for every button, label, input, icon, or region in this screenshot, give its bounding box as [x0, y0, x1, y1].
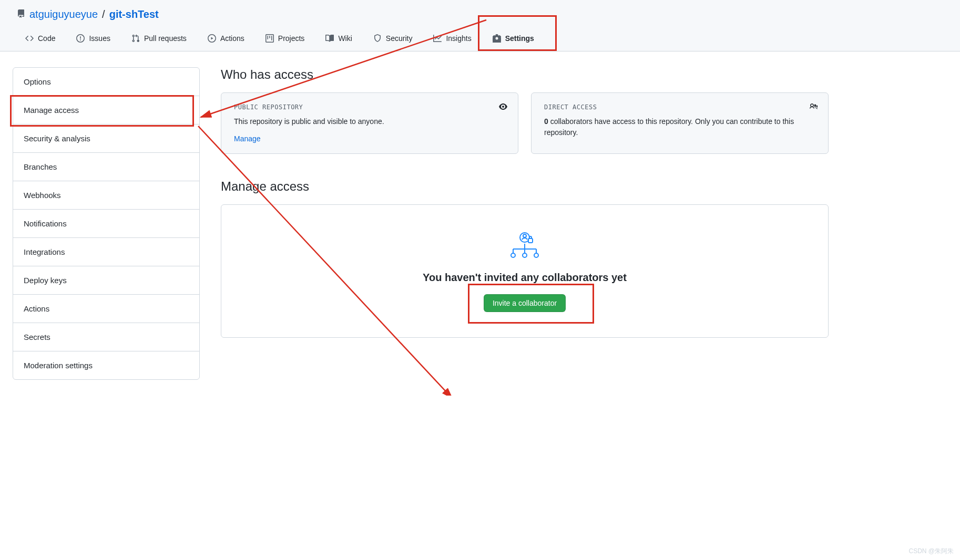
tab-wiki[interactable]: Wiki	[317, 30, 360, 51]
tab-security[interactable]: Security	[365, 30, 421, 51]
public-card-text: This repository is public and visible to…	[234, 116, 505, 127]
settings-sidebar: Options Manage access Security & analysi…	[13, 67, 200, 380]
sidebar-item-notifications[interactable]: Notifications	[13, 210, 199, 238]
graph-icon	[433, 34, 442, 43]
tab-projects-label: Projects	[278, 34, 305, 43]
nav-tabs: Code Issues Pull requests Actions Projec…	[17, 30, 943, 51]
tab-issues[interactable]: Issues	[68, 30, 118, 51]
direct-card-text: 0 collaborators have access to this repo…	[544, 116, 815, 138]
issue-icon	[76, 34, 85, 43]
manage-access-heading: Manage access	[221, 179, 829, 194]
play-icon	[208, 34, 216, 43]
sidebar-item-deploy-keys[interactable]: Deploy keys	[13, 266, 199, 295]
svg-point-9	[523, 253, 527, 257]
shield-icon	[373, 34, 382, 43]
tab-security-label: Security	[386, 34, 413, 43]
main-panel: Who has access PUBLIC REPOSITORY This re…	[221, 67, 829, 380]
direct-card-title: DIRECT ACCESS	[544, 103, 815, 111]
pull-request-icon	[131, 34, 140, 43]
gear-icon	[493, 34, 501, 43]
breadcrumb-repo[interactable]: git-shTest	[109, 8, 159, 20]
tab-pr-label: Pull requests	[144, 34, 187, 43]
collaborator-count: 0	[544, 117, 548, 126]
repo-header: atguiguyueyue / git-shTest Code Issues P…	[0, 0, 960, 51]
collaborators-illustration-icon	[508, 230, 542, 261]
people-icon	[809, 102, 818, 112]
invite-collaborator-button[interactable]: Invite a collaborator	[484, 294, 566, 312]
svg-point-1	[523, 234, 526, 237]
manage-link[interactable]: Manage	[234, 134, 261, 143]
public-card-title: PUBLIC REPOSITORY	[234, 103, 505, 111]
breadcrumb-sep: /	[102, 8, 105, 20]
code-icon	[25, 34, 34, 43]
breadcrumb-owner[interactable]: atguiguyueyue	[29, 8, 98, 20]
breadcrumb: atguiguyueyue / git-shTest	[17, 8, 943, 20]
tab-wiki-label: Wiki	[338, 34, 352, 43]
sidebar-item-actions[interactable]: Actions	[13, 295, 199, 323]
tab-projects[interactable]: Projects	[257, 30, 313, 51]
empty-heading: You haven't invited any collaborators ye…	[423, 272, 627, 284]
direct-access-card: DIRECT ACCESS 0 collaborators have acces…	[531, 92, 829, 154]
tab-insights[interactable]: Insights	[425, 30, 479, 51]
annotation-box-settings	[478, 15, 557, 51]
who-has-access-heading: Who has access	[221, 67, 829, 82]
sidebar-item-secrets[interactable]: Secrets	[13, 323, 199, 351]
svg-point-10	[534, 253, 538, 257]
manage-access-box: You haven't invited any collaborators ye…	[221, 204, 829, 338]
access-cards: PUBLIC REPOSITORY This repository is pub…	[221, 92, 829, 154]
svg-rect-2	[528, 238, 533, 243]
tab-actions-label: Actions	[220, 34, 244, 43]
sidebar-item-webhooks[interactable]: Webhooks	[13, 181, 199, 210]
sidebar-item-options[interactable]: Options	[13, 68, 199, 96]
tab-issues-label: Issues	[89, 34, 110, 43]
public-repo-card: PUBLIC REPOSITORY This repository is pub…	[221, 92, 518, 154]
tab-settings-label: Settings	[505, 34, 534, 43]
project-icon	[265, 34, 274, 43]
tab-settings[interactable]: Settings	[484, 30, 543, 51]
book-icon	[325, 34, 334, 43]
repo-icon	[17, 8, 25, 20]
sidebar-item-branches[interactable]: Branches	[13, 153, 199, 181]
eye-icon	[499, 102, 507, 112]
sidebar-item-moderation-settings[interactable]: Moderation settings	[13, 351, 199, 379]
tab-actions[interactable]: Actions	[199, 30, 253, 51]
tab-insights-label: Insights	[446, 34, 471, 43]
sidebar-item-manage-access[interactable]: Manage access	[13, 96, 199, 125]
tab-code-label: Code	[38, 34, 55, 43]
sidebar-item-integrations[interactable]: Integrations	[13, 238, 199, 266]
svg-point-8	[511, 253, 515, 257]
tab-code[interactable]: Code	[17, 30, 64, 51]
sidebar-item-security-analysis[interactable]: Security & analysis	[13, 125, 199, 153]
tab-pull-requests[interactable]: Pull requests	[123, 30, 195, 51]
